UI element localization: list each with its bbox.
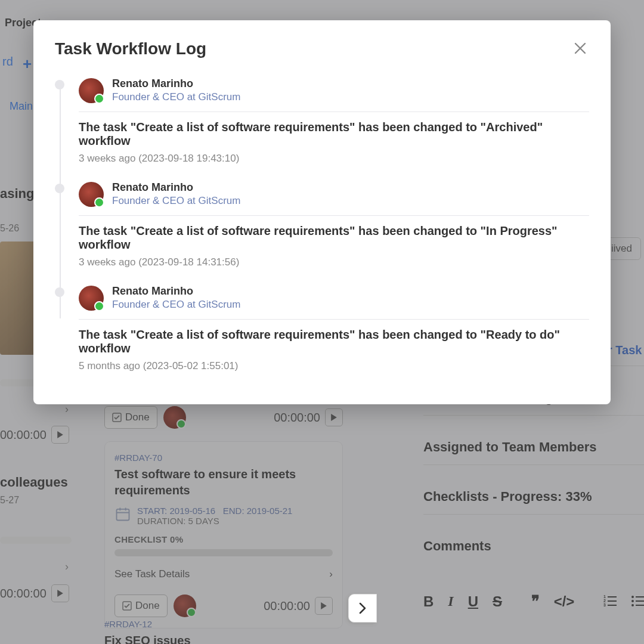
done-label: Done — [135, 600, 160, 612]
code-icon[interactable]: </> — [554, 593, 575, 610]
svg-text:2: 2 — [603, 599, 606, 603]
left-card2-timer-row: 00:00:00 — [0, 584, 69, 602]
bullet-list-icon[interactable] — [631, 593, 644, 610]
user-avatar[interactable] — [79, 78, 104, 103]
user-avatar[interactable] — [79, 182, 104, 207]
ordered-list-icon[interactable]: 123 — [603, 593, 617, 610]
bold-icon[interactable]: B — [423, 593, 434, 610]
svg-point-16 — [631, 596, 634, 598]
calendar-icon — [114, 506, 131, 522]
timer-value: 00:00:00 — [0, 587, 47, 600]
play-icon[interactable] — [51, 426, 69, 444]
italic-icon[interactable]: I — [448, 593, 453, 609]
svg-text:1: 1 — [603, 595, 606, 599]
user-avatar[interactable] — [79, 286, 104, 311]
checklist-label: CHECKLIST 0% — [114, 534, 333, 544]
see-details-label: See Task Details — [114, 568, 190, 580]
timeline-dot-icon — [55, 287, 64, 297]
section-assigned[interactable]: Assigned to Team Members — [423, 439, 644, 465]
assignee-avatar[interactable] — [174, 595, 196, 617]
play-icon[interactable] — [315, 597, 333, 615]
log-user-role: Founder & CEO at GitScrum — [112, 195, 240, 207]
assignee-avatar[interactable] — [163, 406, 186, 429]
checklist-progress — [114, 549, 333, 556]
task-title: Test software to ensure it meets require… — [114, 466, 333, 499]
play-icon[interactable] — [325, 408, 343, 426]
task-id: #RRDAY-12 — [104, 619, 343, 629]
checkbox-icon — [112, 413, 122, 422]
log-timestamp: 3 weeks ago (2023-09-18 19:43:10) — [79, 153, 589, 165]
svg-marker-3 — [331, 414, 337, 421]
timer-value: 00:00:00 — [274, 411, 320, 425]
svg-point-20 — [631, 604, 634, 606]
task-dates: START: 2019-05-16 END: 2019-05-21 DURATI… — [137, 506, 292, 526]
timeline-dot-icon — [55, 184, 64, 193]
checkbox-icon — [122, 601, 132, 611]
log-entry: Renato Marinho Founder & CEO at GitScrum… — [79, 181, 589, 268]
timer-value: 00:00:00 — [0, 428, 47, 442]
left-card2-date: 5-27 — [0, 495, 19, 506]
section-comments[interactable]: Comments — [423, 538, 644, 564]
task-card-peek[interactable]: #RRDAY-12 Fix SEO issues — [104, 619, 343, 644]
close-icon[interactable] — [571, 39, 589, 60]
timer-value: 00:00:00 — [264, 599, 310, 613]
editor-toolbar: B I U S ❞ </> 123 — [423, 592, 644, 611]
task-title: Fix SEO issues — [104, 633, 343, 644]
log-timestamp: 3 weeks ago (2023-09-18 14:31:56) — [79, 256, 589, 268]
log-user-role: Founder & CEO at GitScrum — [112, 91, 240, 103]
svg-point-18 — [631, 600, 634, 602]
play-icon[interactable] — [51, 584, 69, 602]
left-card-date: 5-26 — [0, 223, 19, 234]
quote-icon[interactable]: ❞ — [531, 592, 540, 611]
modal-title: Task Workflow Log — [55, 39, 206, 58]
left-card-timer-row: 00:00:00 — [0, 426, 69, 444]
log-user-name: Renato Marinho — [112, 181, 240, 194]
done-label: Done — [125, 411, 150, 423]
see-details-row[interactable]: See Task Details › — [114, 568, 333, 580]
underline-icon[interactable]: U — [468, 593, 478, 610]
log-message: The task "Create a list of software requ… — [79, 120, 589, 148]
board-label-fragment: rd — [2, 55, 13, 69]
log-user-role: Founder & CEO at GitScrum — [112, 299, 240, 311]
left-card2-progress — [0, 537, 72, 544]
scroll-right-button[interactable] — [348, 594, 377, 623]
log-timestamp: 5 months ago (2023-05-02 1:55:01) — [79, 360, 589, 372]
strike-icon[interactable]: S — [493, 593, 502, 610]
left-card2-title: colleagues — [0, 475, 68, 490]
workflow-log-modal: Task Workflow Log Renato Marinho Founder… — [33, 20, 611, 404]
add-board-button[interactable]: + — [23, 55, 32, 73]
svg-marker-1 — [57, 590, 63, 597]
svg-rect-4 — [117, 509, 129, 521]
log-entry: Renato Marinho Founder & CEO at GitScrum… — [79, 285, 589, 372]
done-button[interactable]: Done — [104, 406, 157, 429]
log-user-name: Renato Marinho — [112, 78, 240, 90]
log-entry: Renato Marinho Founder & CEO at GitScrum… — [79, 78, 589, 165]
log-message: The task "Create a list of software requ… — [79, 328, 589, 355]
section-checklists[interactable]: Checklists - Progress: 33% — [423, 489, 644, 515]
svg-marker-9 — [321, 602, 327, 609]
left-card2-expand[interactable]: › — [0, 555, 69, 578]
chevron-right-icon: › — [329, 568, 333, 580]
task-card[interactable]: #RRDAY-70 Test software to ensure it mee… — [104, 441, 343, 628]
log-timeline: Renato Marinho Founder & CEO at GitScrum… — [55, 78, 589, 372]
done-button[interactable]: Done — [114, 595, 168, 617]
timeline-dot-icon — [55, 80, 64, 89]
task-id: #RRDAY-70 — [114, 453, 333, 463]
svg-marker-0 — [57, 431, 63, 438]
svg-text:3: 3 — [603, 603, 606, 606]
log-user-name: Renato Marinho — [112, 285, 240, 298]
log-message: The task "Create a list of software requ… — [79, 224, 589, 252]
